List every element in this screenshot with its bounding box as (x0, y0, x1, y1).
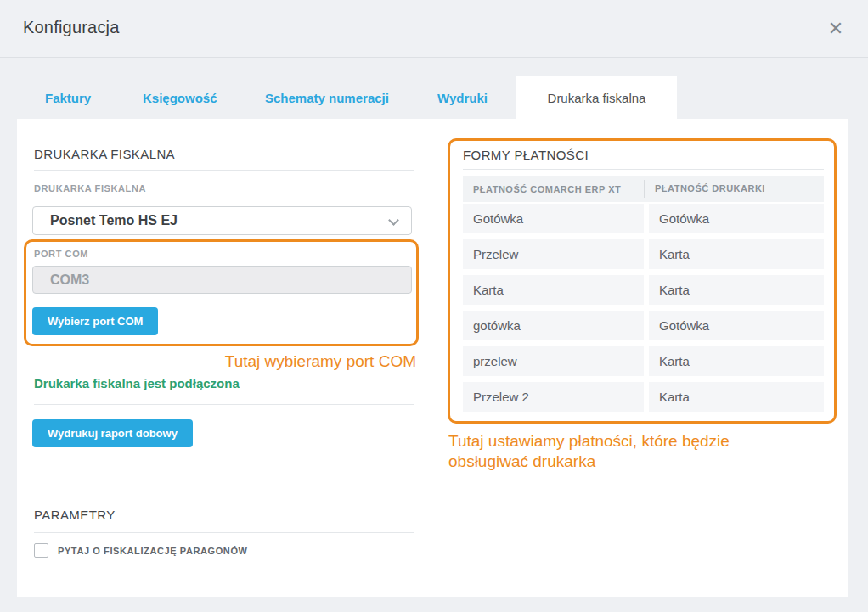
cell-printer-payment: Karta (649, 346, 824, 376)
column-header-erp-payment: PŁATNOŚĆ COMARCH ERP XT (463, 184, 644, 194)
close-icon[interactable]: ✕ (822, 15, 849, 42)
column-header-printer-payment: PŁATNOŚĆ DRUKARKI (644, 180, 824, 198)
table-row[interactable]: Przelew 2 Karta (463, 382, 824, 412)
table-row[interactable]: Przelew Karta (463, 239, 824, 269)
tab-schematy-numeracji[interactable]: Schematy numeracji (265, 91, 389, 105)
cell-printer-payment: Karta (649, 275, 824, 305)
cell-erp-payment: Przelew (463, 239, 644, 269)
dialog-header: Konfiguracja ✕ (0, 0, 868, 58)
divider (463, 169, 824, 170)
page-title: Konfiguracja (23, 18, 120, 37)
fiscalization-checkbox[interactable] (34, 543, 48, 558)
choose-com-port-button[interactable]: Wybierz port COM (32, 307, 158, 335)
tab-wydruki[interactable]: Wydruki (437, 91, 488, 105)
tab-ksiegowosc[interactable]: Księgowość (143, 91, 217, 105)
table-row[interactable]: Karta Karta (463, 275, 824, 305)
cell-printer-payment: Gotówka (649, 311, 824, 340)
table-row[interactable]: Gotówka Gotówka (463, 204, 824, 233)
payments-table-header: PŁATNOŚĆ COMARCH ERP XT PŁATNOŚĆ DRUKARK… (463, 176, 824, 202)
fiscalization-checkbox-label: PYTAJ O FISKALIZACJĘ PARAGONÓW (58, 546, 248, 556)
port-com-annotation: Tutaj wybieramy port COM (221, 351, 416, 372)
cell-printer-payment: Karta (649, 239, 824, 269)
configuration-dialog: Konfiguracja ✕ Faktury Księgowość Schema… (0, 0, 868, 612)
section-title-parametry: PARAMETRY (34, 508, 116, 522)
tab-drukarka-fiskalna[interactable]: Drukarka fiskalna (516, 76, 677, 120)
chevron-down-icon (388, 215, 399, 226)
table-row[interactable]: gotówka Gotówka (463, 311, 824, 340)
divider (34, 404, 414, 405)
table-row[interactable]: przelew Karta (463, 346, 824, 376)
cell-erp-payment: Karta (463, 275, 644, 305)
printer-select-label: DRUKARKA FISKALNA (34, 183, 146, 194)
payments-annotation: Tutaj ustawiamy płatności, które będzie … (448, 431, 780, 472)
cell-erp-payment: Przelew 2 (463, 382, 644, 412)
cell-printer-payment: Karta (649, 382, 824, 412)
section-title-drukarka-fiskalna: DRUKARKA FISKALNA (34, 147, 175, 161)
cell-printer-payment: Gotówka (649, 204, 824, 233)
print-daily-report-button[interactable]: Wydrukuj raport dobowy (32, 419, 193, 447)
cell-erp-payment: przelew (463, 346, 644, 376)
cell-erp-payment: gotówka (463, 311, 644, 340)
cell-erp-payment: Gotówka (463, 204, 644, 233)
port-com-label: PORT COM (34, 249, 88, 259)
port-com-input[interactable] (32, 266, 412, 294)
printer-select[interactable]: Posnet Temo HS EJ (32, 206, 412, 235)
tab-faktury[interactable]: Faktury (45, 91, 91, 105)
printer-connected-status: Drukarka fiskalna jest podłączona (34, 376, 240, 390)
divider (34, 532, 414, 533)
printer-select-value: Posnet Temo HS EJ (50, 213, 178, 228)
section-title-formy-platnosci: FORMY PŁATNOŚCI (463, 148, 589, 162)
divider (34, 170, 414, 171)
